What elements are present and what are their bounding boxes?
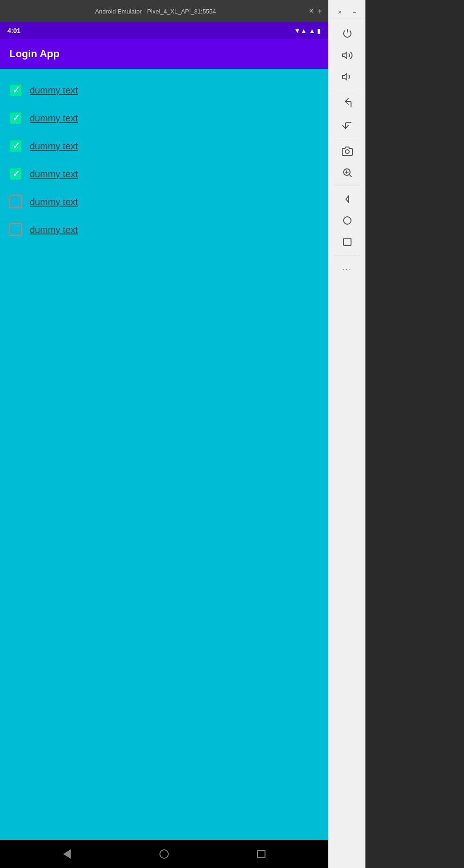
- volume-down-icon: [342, 71, 353, 82]
- svg-point-8: [344, 217, 351, 224]
- phone-area: Android Emulator - Pixel_4_XL_API_31:555…: [0, 0, 328, 868]
- svg-point-2: [345, 150, 349, 154]
- more-icon: ···: [342, 265, 352, 274]
- wifi-icon: ▼▲: [294, 27, 307, 34]
- add-tab-button[interactable]: +: [317, 6, 323, 17]
- divider: [334, 186, 360, 186]
- checkmark-icon: ✓: [13, 86, 20, 94]
- sidebar-home-button[interactable]: [337, 210, 358, 231]
- title-bar-text: Android Emulator - Pixel_4_XL_API_31:555…: [6, 8, 305, 15]
- recents-icon: [257, 850, 265, 858]
- checkmark-icon: ✓: [13, 170, 20, 178]
- checkbox-3[interactable]: ✓: [9, 140, 22, 153]
- item-text-4: dummy text: [30, 169, 78, 180]
- home-icon: [159, 849, 169, 859]
- zoom-button[interactable]: [337, 162, 358, 183]
- app-title: Login App: [9, 48, 60, 60]
- item-text-1: dummy text: [30, 85, 78, 96]
- volume-down-button[interactable]: [337, 67, 358, 87]
- back-icon: [63, 849, 71, 859]
- rotate-landscape-button[interactable]: [337, 114, 358, 135]
- nav-bar: [0, 840, 328, 868]
- home-circle-icon: [342, 215, 353, 226]
- sidebar-close-button[interactable]: ×: [338, 8, 342, 16]
- svg-marker-0: [343, 52, 347, 59]
- battery-icon: ▮: [317, 27, 321, 34]
- screenshot-button[interactable]: [337, 141, 358, 161]
- status-bar: 4:01 ▼▲ ▲ ▮: [0, 22, 328, 39]
- svg-line-4: [349, 175, 351, 177]
- checkbox-6[interactable]: [9, 223, 22, 236]
- back-button[interactable]: [58, 845, 76, 863]
- phone-screen: 4:01 ▼▲ ▲ ▮ Login App ✓ dummy text: [0, 22, 328, 868]
- list-item: ✓ dummy text: [4, 132, 325, 160]
- item-text-3: dummy text: [30, 141, 78, 152]
- sidebar-window-controls: × −: [329, 6, 365, 19]
- volume-up-button[interactable]: [337, 45, 358, 66]
- checkbox-1[interactable]: ✓: [9, 84, 22, 97]
- home-button[interactable]: [155, 845, 173, 863]
- power-button[interactable]: [337, 24, 358, 44]
- list-item: ✓ dummy text: [4, 160, 325, 188]
- svg-marker-1: [343, 73, 347, 80]
- checkmark-icon: ✓: [13, 142, 20, 150]
- app-bar: Login App: [0, 39, 328, 69]
- more-options-button[interactable]: ···: [337, 258, 358, 279]
- item-text-6: dummy text: [30, 225, 78, 235]
- svg-marker-7: [346, 196, 349, 202]
- checkmark-icon: ✓: [13, 114, 20, 122]
- main-content: ✓ dummy text ✓ dummy text ✓ dummy t: [0, 69, 328, 840]
- emulator-sidebar: × −: [328, 0, 365, 868]
- back-icon: [342, 194, 353, 205]
- status-icons: ▼▲ ▲ ▮: [294, 27, 321, 34]
- rotate-landscape-icon: [342, 119, 353, 130]
- list-item: ✓ dummy text: [4, 76, 325, 104]
- sidebar-minimize-button[interactable]: −: [352, 8, 356, 16]
- list-item: dummy text: [4, 188, 325, 216]
- title-bar: Android Emulator - Pixel_4_XL_API_31:555…: [0, 0, 328, 22]
- camera-icon: [342, 146, 353, 157]
- close-button[interactable]: ×: [309, 7, 313, 15]
- power-icon: [342, 28, 353, 40]
- list-item: ✓ dummy text: [4, 104, 325, 132]
- svg-rect-9: [344, 238, 351, 246]
- volume-up-icon: [342, 50, 353, 61]
- item-text-5: dummy text: [30, 197, 78, 207]
- divider: [334, 255, 360, 255]
- signal-icon: ▲: [309, 27, 315, 34]
- checkbox-5[interactable]: [9, 195, 22, 208]
- checkbox-2[interactable]: ✓: [9, 112, 22, 125]
- item-text-2: dummy text: [30, 113, 78, 124]
- zoom-icon: [342, 167, 353, 178]
- rotate-portrait-button[interactable]: [337, 93, 358, 114]
- rotate-portrait-icon: [342, 98, 353, 109]
- divider: [334, 138, 360, 138]
- emulator-window: Android Emulator - Pixel_4_XL_API_31:555…: [0, 0, 464, 868]
- sidebar-recents-button[interactable]: [337, 232, 358, 252]
- recents-button[interactable]: [252, 845, 271, 863]
- sidebar-back-button[interactable]: [337, 189, 358, 209]
- checkbox-4[interactable]: ✓: [9, 167, 22, 180]
- status-time: 4:01: [7, 27, 20, 34]
- list-item: dummy text: [4, 216, 325, 244]
- recents-square-icon: [342, 236, 353, 247]
- divider: [334, 90, 360, 90]
